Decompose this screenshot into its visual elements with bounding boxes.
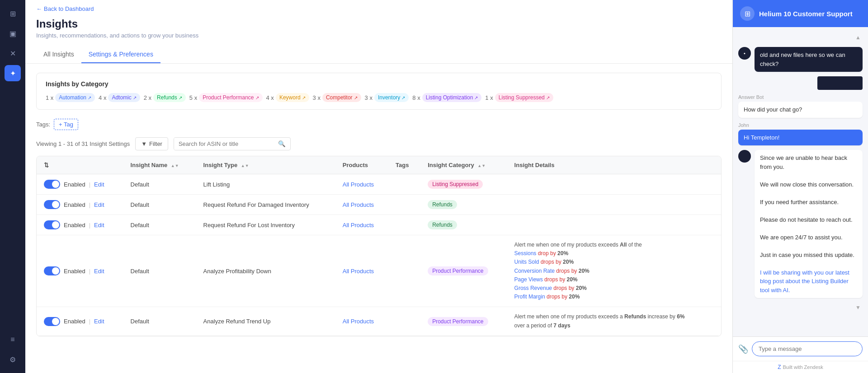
insight-type-cell: Lift Listing	[196, 174, 335, 195]
products-cell: All Products	[335, 215, 388, 235]
chat-bubble-old-files: old and new files here so we can check?	[755, 47, 863, 72]
enabled-toggle[interactable]	[44, 200, 60, 209]
insights-by-category-panel: Insights by Category 1 x Automation ↗ 4 …	[36, 73, 722, 110]
chat-body[interactable]: ▲ • old and new files here so we can che…	[733, 27, 868, 336]
th-tags: Tags	[388, 156, 420, 174]
chat-input[interactable]	[752, 341, 863, 356]
insight-type-cell: Request Refund For Damaged Inventory	[196, 195, 335, 215]
category-badge-product-performance[interactable]: Product Performance ↗	[199, 93, 262, 102]
answer-bot-sender-label: Answer Bot	[738, 94, 863, 100]
chat-bubble-how-chat-go: How did your chat go?	[738, 102, 863, 118]
insight-category-cell: Refunds	[420, 195, 507, 215]
products-cell: All Products	[335, 195, 388, 215]
category-badge-listing-suppressed[interactable]: Listing Suppressed ↗	[495, 93, 553, 102]
enabled-label: Enabled	[64, 222, 85, 228]
insight-category-cell: Product Performance	[420, 235, 507, 307]
chat-bot-avatar	[738, 150, 751, 163]
filter-button[interactable]: ▼ Filter	[135, 137, 168, 150]
insight-details-text: Alert me when one of my products exceeds…	[514, 312, 714, 330]
category-badge-listing-optimization[interactable]: Listing Optimization ↗	[422, 93, 482, 102]
edit-link[interactable]: Edit	[94, 268, 104, 275]
category-badge-adtomic[interactable]: Adtomic ↗	[108, 93, 140, 102]
category-badge-inventory[interactable]: Inventory ↗	[374, 93, 409, 102]
category-item-competitor: 3 x Competitor ↗	[313, 93, 361, 102]
chat-input-area: 📎	[733, 336, 868, 361]
category-item-listing-optimization: 8 x Listing Optimization ↗	[412, 93, 481, 102]
chat-attachment-block	[755, 76, 863, 90]
sidebar-item-settings[interactable]: ⚙	[5, 351, 21, 368]
table-row: Enabled | Edit Default Analyze Refund Tr…	[37, 307, 721, 336]
edit-link[interactable]: Edit	[94, 222, 104, 228]
category-badge-competitor[interactable]: Competitor ↗	[322, 93, 361, 102]
insight-name-cell: Default	[123, 307, 196, 336]
chat-logo-icon: ⊞	[740, 6, 755, 21]
enabled-toggle[interactable]	[44, 317, 60, 326]
tags-bar: Tags: + Tag	[36, 119, 722, 130]
th-insight-details: Insight Details	[507, 156, 721, 174]
tags-cell	[388, 235, 420, 307]
table-row: Enabled | Edit Default Request Refund Fo…	[37, 215, 721, 235]
toggle-cell: Enabled | Edit	[37, 195, 123, 215]
table-header-row: ⇅ Insight Name ▲▼ Insight Type ▲▼ Produc…	[37, 156, 721, 174]
sidebar: ⊞ ▣ ✕ ✦ ≡ ⚙	[0, 0, 25, 373]
search-container: 🔍	[174, 137, 291, 150]
enabled-label: Enabled	[64, 181, 85, 188]
enabled-toggle[interactable]	[44, 266, 60, 275]
sidebar-item-grid[interactable]: ⊞	[5, 5, 21, 22]
add-tag-button[interactable]: + Tag	[54, 119, 78, 130]
john-sender-label: John	[738, 122, 863, 128]
enabled-toggle[interactable]	[44, 180, 60, 189]
insight-category-badge: Product Performance	[428, 317, 488, 326]
scroll-down-icon[interactable]: ▼	[854, 303, 863, 312]
sidebar-item-magic[interactable]: ✦	[5, 65, 21, 81]
search-input[interactable]	[174, 138, 274, 150]
tabs: All Insights Settings & Preferences	[36, 46, 722, 63]
tab-all-insights[interactable]: All Insights	[36, 46, 81, 63]
content-area: Insights by Category 1 x Automation ↗ 4 …	[25, 64, 732, 373]
search-icon-button[interactable]: 🔍	[274, 138, 290, 150]
insight-type-sort-icon[interactable]: ▲▼	[241, 164, 249, 168]
sidebar-item-layout[interactable]: ▣	[5, 25, 21, 42]
enabled-toggle[interactable]	[44, 220, 60, 229]
sidebar-item-zap[interactable]: ✕	[5, 45, 21, 61]
category-item-inventory: 3 x Inventory ↗	[365, 93, 409, 102]
table-row: Enabled | Edit Default Lift Listing All …	[37, 174, 721, 195]
tags-cell	[388, 215, 420, 235]
table-row: Enabled | Edit Default Analyze Profitabi…	[37, 235, 721, 307]
category-item-keyword: 4 x Keyword ↗	[266, 93, 309, 102]
insight-name-cell: Default	[123, 215, 196, 235]
edit-link[interactable]: Edit	[94, 201, 104, 208]
insight-type-cell: Request Refund For Lost Inventory	[196, 215, 335, 235]
category-badge-automation[interactable]: Automation ↗	[55, 93, 95, 102]
chat-scroll-down-btn: ▼	[738, 303, 863, 312]
category-item-product-performance: 5 x Product Performance ↗	[189, 93, 263, 102]
back-to-dashboard-link[interactable]: ← Back to Dashboard	[36, 5, 722, 12]
category-tags-list: 1 x Automation ↗ 4 x Adtomic ↗ 2 x Refun…	[46, 93, 712, 102]
insight-name-sort-icon[interactable]: ▲▼	[171, 164, 179, 168]
category-item-listing-suppressed: 1 x Listing Suppressed ↗	[485, 93, 553, 102]
insight-details-text: Alert me when one of my products exceeds…	[514, 241, 714, 301]
edit-link[interactable]: Edit	[94, 181, 104, 188]
insight-details-cell	[507, 195, 721, 215]
category-badge-keyword[interactable]: Keyword ↗	[276, 93, 309, 102]
tags-cell	[388, 307, 420, 336]
insight-category-sort-icon[interactable]: ▲▼	[477, 164, 486, 168]
category-panel-title: Insights by Category	[46, 80, 712, 88]
scroll-up-icon[interactable]: ▲	[854, 33, 863, 42]
insight-details-cell	[507, 174, 721, 195]
insight-category-badge: Product Performance	[428, 266, 488, 275]
zendesk-logo-icon: Z	[778, 364, 781, 370]
tab-settings-preferences[interactable]: Settings & Preferences	[81, 46, 160, 63]
toggle-cell: Enabled | Edit	[37, 307, 123, 336]
chat-footer: Z Built with Zendesk	[733, 361, 868, 373]
attach-icon[interactable]: 📎	[738, 344, 748, 354]
toggle-cell: Enabled | Edit	[37, 215, 123, 235]
edit-link[interactable]: Edit	[94, 318, 104, 325]
chat-message-john: John Hi Templeton!	[738, 122, 863, 146]
category-badge-refunds[interactable]: Refunds ↗	[153, 93, 186, 102]
enabled-label: Enabled	[64, 268, 85, 275]
category-item-adtomic: 4 x Adtomic ↗	[99, 93, 140, 102]
insight-category-badge: Listing Suppressed	[428, 180, 483, 189]
sidebar-item-list[interactable]: ≡	[5, 331, 21, 348]
tags-cell	[388, 195, 420, 215]
